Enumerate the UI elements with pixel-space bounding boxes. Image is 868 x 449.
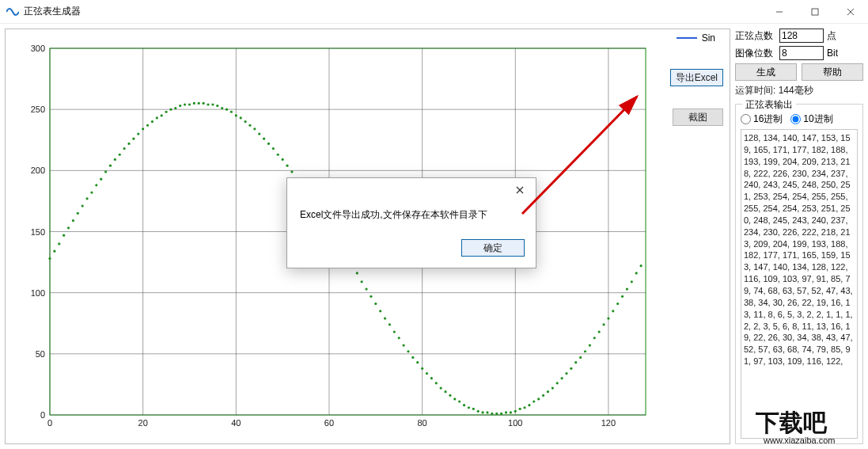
svg-text:40: 40 [231,418,241,428]
bits-input[interactable] [779,46,824,60]
svg-rect-1 [812,9,818,15]
svg-point-132 [510,411,512,413]
svg-point-136 [528,404,530,406]
dialog-message: Excel文件导出成功,文件保存在本软件目录下 [287,202,536,233]
svg-point-69 [216,105,218,107]
radio-hex-input[interactable] [741,114,751,124]
svg-text:0: 0 [47,418,52,428]
svg-point-110 [407,350,409,352]
svg-point-148 [584,350,586,352]
svg-text:300: 300 [31,44,45,53]
radio-hex-label: 16进制 [753,112,783,126]
svg-point-108 [398,337,400,339]
svg-point-59 [169,108,172,111]
svg-point-50 [127,143,130,145]
points-input[interactable] [779,29,824,43]
svg-point-131 [505,411,507,413]
svg-point-43 [95,184,97,186]
points-label: 正弦点数 [735,29,776,43]
svg-point-49 [123,147,126,150]
svg-point-157 [626,287,628,290]
svg-point-52 [137,132,139,135]
bits-label: 图像位数 [735,47,776,60]
radio-hex[interactable]: 16进制 [741,112,783,126]
svg-point-149 [589,344,591,346]
radio-dec[interactable]: 10进制 [790,112,832,126]
svg-point-122 [463,404,465,406]
svg-point-41 [85,197,88,200]
svg-point-121 [458,400,461,402]
output-group: 正弦表输出 16进制 10进制 128, 134, 140, 147, 153,… [735,104,863,444]
svg-point-70 [221,107,223,109]
svg-point-147 [579,356,582,359]
svg-point-53 [142,127,144,130]
maximize-button[interactable] [797,0,832,23]
svg-point-75 [244,120,246,123]
dialog-close-button[interactable] [509,181,531,199]
svg-point-142 [556,382,559,384]
svg-point-134 [519,408,521,410]
svg-point-133 [514,410,517,413]
svg-point-115 [430,377,433,379]
svg-point-103 [374,303,377,305]
svg-point-63 [188,103,191,105]
output-textarea[interactable]: 128, 134, 140, 147, 153, 159, 165, 171, … [741,129,858,439]
svg-point-137 [533,400,535,402]
controls-panel: 正弦点数 点 图像位数 Bit 生成 帮助 运算时间: 144毫秒 正弦表输出 … [735,29,863,444]
generate-button[interactable]: 生成 [735,63,797,81]
svg-point-100 [361,280,363,283]
svg-point-129 [495,413,498,415]
svg-point-64 [193,102,195,105]
help-button[interactable]: 帮助 [802,63,863,81]
svg-point-82 [277,154,279,156]
svg-point-38 [72,219,74,222]
svg-point-51 [132,138,135,140]
minimize-button[interactable] [761,0,797,23]
svg-point-56 [156,116,158,119]
output-group-title: 正弦表输出 [742,98,796,112]
export-success-dialog: Excel文件导出成功,文件保存在本软件目录下 确定 [286,177,536,268]
svg-point-78 [258,132,260,135]
svg-point-112 [416,361,419,363]
points-unit: 点 [827,29,851,43]
svg-point-37 [67,226,70,229]
close-button[interactable] [832,0,868,23]
svg-point-152 [602,323,605,325]
svg-point-141 [552,386,554,389]
app-icon [6,6,19,18]
svg-point-119 [449,394,451,397]
svg-point-58 [165,111,167,113]
svg-point-83 [282,158,284,161]
svg-point-76 [248,124,251,127]
svg-point-85 [290,170,293,173]
svg-point-84 [286,165,288,167]
svg-point-135 [523,406,525,409]
svg-text:120: 120 [601,418,616,428]
svg-point-48 [119,154,121,156]
svg-point-109 [402,344,404,346]
svg-point-102 [370,295,372,298]
svg-point-159 [635,272,638,274]
screenshot-button[interactable]: 截图 [673,108,723,126]
export-excel-button[interactable]: 导出Excel [670,69,723,86]
svg-point-107 [393,330,396,333]
svg-point-60 [174,107,176,109]
svg-point-126 [482,411,484,413]
svg-point-36 [63,234,65,237]
radio-dec-input[interactable] [790,114,801,124]
dialog-ok-button[interactable]: 确定 [461,239,525,257]
svg-point-127 [486,411,488,413]
svg-point-155 [616,303,619,305]
svg-point-61 [179,105,181,107]
svg-point-143 [561,377,563,379]
svg-point-130 [500,413,502,415]
svg-point-74 [240,116,242,119]
svg-point-54 [146,124,149,127]
svg-point-106 [389,323,391,325]
svg-point-105 [384,317,386,319]
svg-point-62 [184,103,186,105]
svg-point-71 [226,108,228,111]
svg-text:200: 200 [31,166,45,175]
svg-point-120 [453,398,456,400]
svg-point-117 [440,386,442,389]
